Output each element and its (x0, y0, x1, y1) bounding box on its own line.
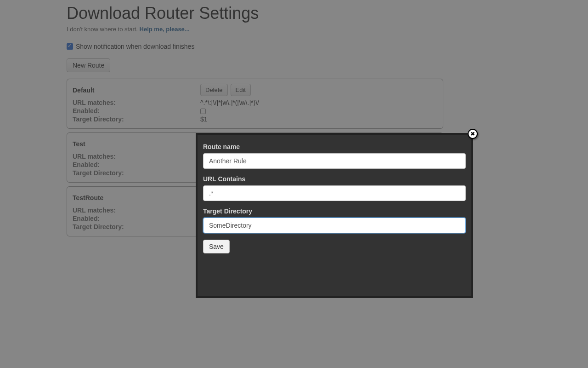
route-name-input[interactable] (203, 153, 466, 169)
save-button[interactable]: Save (203, 240, 230, 253)
modal-body: Route name URL Contains Target Directory… (198, 135, 471, 296)
target-directory-input[interactable] (203, 218, 466, 233)
url-contains-label: URL Contains (203, 175, 466, 183)
close-icon[interactable] (468, 129, 478, 139)
url-contains-input[interactable] (203, 185, 466, 201)
edit-route-modal: Route name URL Contains Target Directory… (196, 133, 473, 298)
target-directory-label: Target Directory (203, 207, 466, 215)
route-name-label: Route name (203, 143, 466, 150)
